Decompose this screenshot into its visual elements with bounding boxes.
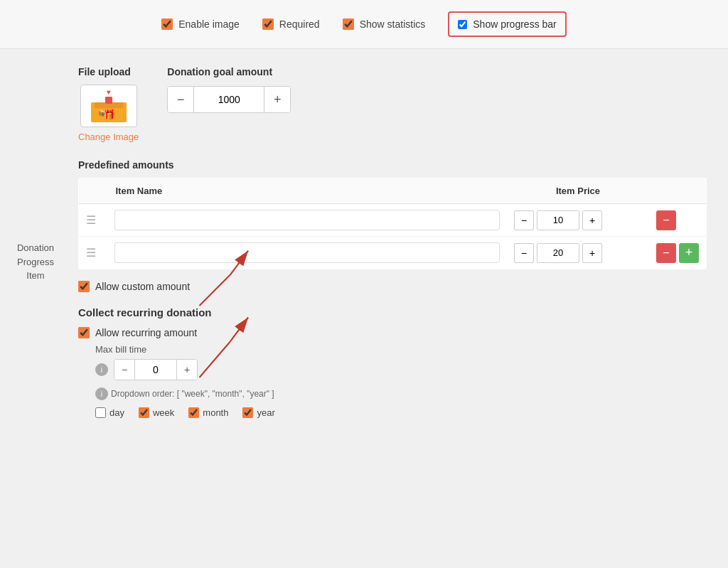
col-actions [649, 178, 707, 204]
dropdown-info-icon: i [95, 387, 108, 400]
donation-goal-block: Donation goal amount − + [167, 66, 291, 113]
enable-image-checkbox[interactable] [161, 18, 173, 30]
item-price-cell-1: − + [507, 204, 649, 237]
sidebar-label-area: DonationProgressItem [0, 49, 71, 449]
donation-goal-input[interactable] [193, 87, 264, 112]
drag-cell-1: ☰ [79, 204, 107, 237]
price-cell-1: − + [514, 210, 642, 230]
svg-text:🎁: 🎁 [102, 109, 115, 121]
action-cell-1: − [649, 204, 707, 237]
dropdown-order-note: i Dropdown order: [ "week", "month", "ye… [95, 387, 707, 400]
change-image-link[interactable]: Change Image [78, 132, 139, 142]
max-bill-label: Max bill time [95, 344, 707, 355]
predefined-amounts-label: Predefined amounts [78, 159, 707, 171]
remove-row-btn-2[interactable]: − [656, 243, 676, 263]
collect-recurring-title: Collect recurring donation [78, 306, 707, 318]
top-toolbar: Enable image Required Show statistics Sh… [0, 0, 728, 49]
period-month: month [188, 407, 228, 418]
show-progress-bar-box: Show progress bar [448, 11, 567, 37]
drag-handle-icon[interactable]: ☰ [86, 247, 96, 259]
allow-recurring-label[interactable]: Allow recurring amount [95, 327, 197, 338]
drag-cell-2: ☰ [79, 237, 107, 269]
enable-image-label[interactable]: Enable image [178, 18, 240, 30]
collect-recurring-section: Collect recurring donation Allow recurri… [78, 306, 707, 418]
predefined-amounts-section: Predefined amounts Item Name Item Price [78, 159, 707, 269]
period-year-label[interactable]: year [257, 407, 274, 418]
period-year-checkbox[interactable] [242, 407, 253, 418]
dropdown-order-text: Dropdown order: [ "week", "month", "year… [111, 389, 274, 399]
allow-custom-label[interactable]: Allow custom amount [95, 281, 190, 292]
file-upload-label: File upload [78, 66, 139, 77]
period-day: day [95, 407, 124, 418]
show-progress-bar-label[interactable]: Show progress bar [473, 18, 557, 30]
period-week: week [139, 407, 174, 418]
required-checkbox-item: Required [262, 18, 320, 30]
max-bill-input-row: − + [114, 359, 198, 380]
period-year: year [242, 407, 274, 418]
price-input-2[interactable] [537, 243, 579, 263]
donation-goal-input-row: − + [167, 86, 291, 113]
drag-handle-icon[interactable]: ☰ [86, 214, 96, 226]
required-checkbox[interactable] [262, 18, 274, 30]
donation-image-icon: ♥ 📦 🎁 [87, 88, 130, 124]
file-upload-block: File upload ♥ 📦 🎁 [78, 66, 139, 142]
col-drag [79, 178, 107, 204]
item-name-input-2[interactable] [114, 242, 500, 263]
allow-custom-section: Allow custom amount [78, 281, 707, 292]
donation-goal-label: Donation goal amount [167, 66, 291, 77]
col-item-name: Item Name [107, 178, 508, 204]
image-preview: ♥ 📦 🎁 [80, 85, 137, 127]
price-minus-btn-1[interactable]: − [514, 210, 534, 230]
remove-row-btn-1[interactable]: − [656, 210, 676, 230]
allow-custom-checkbox[interactable] [78, 281, 90, 292]
period-month-label[interactable]: month [203, 407, 228, 418]
price-plus-btn-1[interactable]: + [582, 210, 602, 230]
item-name-cell-1 [107, 204, 508, 237]
enable-image-checkbox-item: Enable image [161, 18, 240, 30]
price-minus-btn-2[interactable]: − [514, 243, 534, 263]
max-bill-input[interactable] [134, 360, 177, 380]
info-icon: i [95, 363, 108, 376]
price-cell-2: − + [514, 243, 642, 263]
predefined-amounts-table: Item Name Item Price ☰ [78, 178, 707, 269]
action-cell-2: − + [649, 237, 707, 269]
max-bill-minus-btn[interactable]: − [114, 360, 134, 380]
period-checkboxes: day week month year [95, 407, 707, 418]
max-bill-plus-btn[interactable]: + [177, 360, 197, 380]
table-row: ☰ − + [79, 204, 707, 237]
add-row-btn[interactable]: + [679, 243, 699, 263]
col-item-price: Item Price [507, 178, 649, 204]
period-week-label[interactable]: week [153, 407, 174, 418]
donation-goal-minus-btn[interactable]: − [168, 87, 193, 112]
show-statistics-checkbox[interactable] [343, 18, 354, 30]
item-name-input-1[interactable] [114, 210, 500, 230]
image-box: ♥ 📦 🎁 Change Image [78, 85, 139, 142]
allow-custom-row: Allow custom amount [78, 281, 707, 292]
file-upload-section: File upload ♥ 📦 🎁 [78, 66, 707, 142]
max-bill-row: i − + [95, 359, 707, 380]
price-input-1[interactable] [537, 210, 579, 230]
allow-recurring-row: Allow recurring amount [78, 327, 707, 338]
svg-text:♥: ♥ [107, 88, 111, 96]
price-plus-btn-2[interactable]: + [582, 243, 602, 263]
period-day-label[interactable]: day [109, 407, 124, 418]
show-statistics-label[interactable]: Show statistics [360, 18, 426, 30]
item-name-cell-2 [107, 237, 508, 269]
main-content: DonationProgressItem File upload [0, 49, 728, 449]
action-btns-2: − + [656, 243, 699, 263]
period-day-checkbox[interactable] [95, 407, 106, 418]
show-statistics-checkbox-item: Show statistics [343, 18, 426, 30]
form-area: File upload ♥ 📦 🎁 [71, 49, 728, 449]
sidebar-item-label: DonationProgressItem [17, 241, 54, 283]
period-week-checkbox[interactable] [139, 407, 149, 418]
table-row: ☰ − + [79, 237, 707, 269]
required-label[interactable]: Required [279, 18, 320, 30]
show-progress-bar-checkbox[interactable] [458, 20, 467, 29]
item-price-cell-2: − + [507, 237, 649, 269]
svg-rect-2 [105, 97, 112, 104]
period-month-checkbox[interactable] [188, 407, 199, 418]
donation-goal-plus-btn[interactable]: + [264, 87, 290, 112]
action-btns-1: − [656, 210, 699, 230]
allow-recurring-checkbox[interactable] [78, 327, 90, 338]
